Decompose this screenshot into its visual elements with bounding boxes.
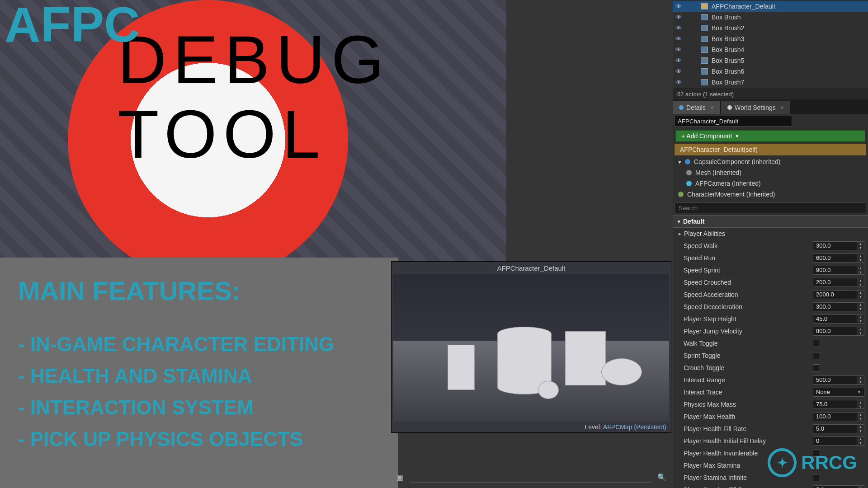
outliner-label: AFPCharacter_Default <box>712 3 775 10</box>
bottom-bar: ▣ 🔍 <box>389 468 673 486</box>
number-input[interactable]: 200.0 <box>813 278 857 287</box>
spinner[interactable]: ▲▼ <box>857 327 864 336</box>
world-outliner[interactable]: 👁AFPCharacter_Default👁Box Brush👁Box Brus… <box>673 0 868 89</box>
eye-icon[interactable]: 👁 <box>675 35 684 42</box>
component-item[interactable]: CharacterMovement (Inherited) <box>675 189 866 200</box>
rrcg-badge-icon: ✦ <box>768 448 797 477</box>
property-label: Player Health Initial Fill Delay <box>684 437 813 445</box>
outliner-row[interactable]: 👁Box Brush3 <box>673 33 868 44</box>
outliner-row[interactable]: 👁Box Brush6 <box>673 66 868 77</box>
viewport[interactable]: DEBUG TOOL AFPC MAIN FEATURES: - IN-GAME… <box>0 0 673 488</box>
command-input[interactable] <box>410 472 652 483</box>
spinner[interactable]: ▲▼ <box>857 290 864 299</box>
prompt-icon[interactable]: ▣ <box>394 472 405 483</box>
eye-icon[interactable]: 👁 <box>675 14 684 21</box>
actor-icon <box>701 68 708 75</box>
number-input[interactable]: 100.0 <box>813 412 857 421</box>
property-row: Interact TraceNone▼ <box>673 386 868 398</box>
outliner-label: Box Brush7 <box>712 79 744 86</box>
checkbox[interactable] <box>813 340 820 347</box>
component-item[interactable]: ▾CapsuleComponent (Inherited) <box>675 156 866 167</box>
checkbox[interactable] <box>813 364 820 371</box>
actor-name-input[interactable] <box>675 116 792 127</box>
number-input[interactable]: 500.0 <box>813 375 857 385</box>
right-panel: 👁AFPCharacter_Default👁Box Brush👁Box Brus… <box>673 0 868 488</box>
outliner-row[interactable]: 👁Box Brush2 <box>673 23 868 33</box>
details-icon <box>679 105 684 110</box>
spinner[interactable]: ▲▼ <box>857 424 864 433</box>
eye-icon[interactable]: 👁 <box>675 3 684 10</box>
spinner[interactable]: ▲▼ <box>857 412 864 421</box>
component-root[interactable]: AFPCharacter_Default(self) <box>675 144 866 155</box>
actor-icon <box>701 14 708 20</box>
tab-world-settings[interactable]: World Settings × <box>721 101 790 114</box>
close-icon[interactable]: × <box>780 104 784 111</box>
number-input[interactable]: 800.0 <box>813 327 857 336</box>
spinner[interactable]: ▲▼ <box>857 375 864 385</box>
small-sphere <box>538 381 559 399</box>
spinner[interactable]: ▲▼ <box>857 400 864 409</box>
component-tree[interactable]: ▾CapsuleComponent (Inherited)Mesh (Inher… <box>673 155 868 201</box>
eye-icon[interactable]: 👁 <box>675 24 684 32</box>
property-label: Crouch Toggle <box>684 364 813 371</box>
number-input[interactable]: 900.0 <box>813 266 857 275</box>
spinner[interactable]: ▲▼ <box>857 485 864 488</box>
chevron-down-icon: ▾ <box>678 158 681 165</box>
outliner-row[interactable]: 👁Box Brush7 <box>673 77 868 88</box>
outliner-row[interactable]: 👁Box Brush5 <box>673 55 868 66</box>
number-input[interactable]: 300.0 <box>813 302 857 311</box>
number-input[interactable]: 600.0 <box>813 253 857 263</box>
spinner[interactable]: ▲▼ <box>857 436 864 446</box>
outliner-row[interactable]: 👁AFPCharacter_Default <box>673 1 868 12</box>
eye-icon[interactable]: 👁 <box>675 57 684 64</box>
eye-icon[interactable]: 👁 <box>675 46 684 53</box>
outliner-row[interactable]: 👁Box Brush4 <box>673 44 868 55</box>
spinner[interactable]: ▲▼ <box>857 253 864 263</box>
property-label: Interact Trace <box>684 389 813 396</box>
tab-details[interactable]: Details × <box>673 101 720 114</box>
property-row: Speed Crouched200.0▲▼ <box>673 276 868 288</box>
number-input[interactable]: 2000.0 <box>813 290 857 299</box>
rrcg-logo: ✦ RRCG <box>768 448 857 477</box>
outliner-status: 62 actors (1 selected) <box>673 89 868 99</box>
component-label: Mesh (Inherited) <box>695 169 864 176</box>
chevron-right-icon: ▸ <box>679 231 681 237</box>
property-row: Player Max Health100.0▲▼ <box>673 410 868 422</box>
checkbox[interactable] <box>813 352 820 359</box>
category-default[interactable]: ▾Default <box>673 215 868 228</box>
outliner-row[interactable]: 👁Box Brush <box>673 12 868 23</box>
property-row: Interact Range500.0▲▼ <box>673 374 868 386</box>
category-player-abilities[interactable]: ▸Player Abilities <box>673 228 868 239</box>
number-input[interactable]: 0 <box>813 436 857 446</box>
number-input[interactable]: 5.0 <box>813 424 857 433</box>
number-input[interactable]: 75.0 <box>813 400 857 409</box>
close-icon[interactable]: × <box>710 104 714 111</box>
component-item[interactable]: Mesh (Inherited) <box>675 167 866 178</box>
asset-preview[interactable]: AFPCharacter_Default Level: AFPCMap (Per… <box>391 261 671 433</box>
spinner[interactable]: ▲▼ <box>857 314 864 324</box>
eye-icon[interactable]: 👁 <box>675 68 684 75</box>
spinner[interactable]: ▲▼ <box>857 302 864 311</box>
preview-level-info: Level: AFPCMap (Persistent) <box>585 423 666 431</box>
number-input[interactable]: 5.0 <box>813 485 857 488</box>
spinner[interactable]: ▲▼ <box>857 241 864 250</box>
spinner[interactable]: ▲▼ <box>857 266 864 275</box>
eye-icon[interactable]: 👁 <box>675 79 684 86</box>
number-input[interactable]: 300.0 <box>813 241 857 250</box>
dropdown[interactable]: None▼ <box>813 388 864 397</box>
number-input[interactable]: 45.0 <box>813 314 857 324</box>
spinner[interactable]: ▲▼ <box>857 278 864 287</box>
features-box: MAIN FEATURES: - IN-GAME CHARACTER EDITI… <box>0 258 398 488</box>
property-label: Player Health Fill Rate <box>684 425 813 432</box>
component-item[interactable]: AFPCamera (Inherited) <box>675 178 866 189</box>
add-component-button[interactable]: + Add Component▼ <box>675 130 865 142</box>
preview-scene[interactable] <box>393 274 669 422</box>
features-heading: MAIN FEATURES: <box>18 276 380 306</box>
actor-icon <box>701 36 708 42</box>
search-icon[interactable]: 🔍 <box>656 472 667 483</box>
property-row: Speed Sprint900.0▲▼ <box>673 264 868 276</box>
property-label: Player Stamina Fill Rate <box>684 486 813 488</box>
debug-tool-text: DEBUG TOOL <box>118 23 390 172</box>
chevron-down-icon: ▾ <box>678 219 680 225</box>
search-input[interactable] <box>675 202 866 213</box>
